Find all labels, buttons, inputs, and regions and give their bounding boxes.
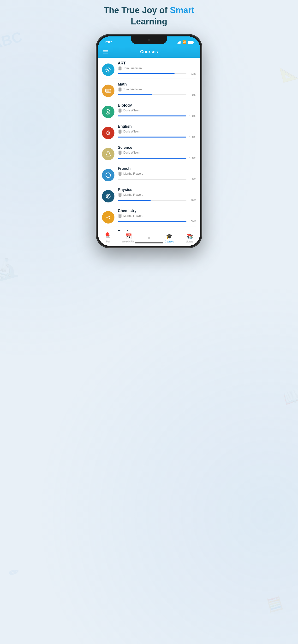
- course-item[interactable]: Physics Martha Flowers 48%: [98, 184, 200, 205]
- progress-bar-fill: [118, 73, 175, 74]
- svg-point-10: [118, 111, 121, 112]
- status-icons: 📶: [177, 40, 194, 44]
- course-name: French: [118, 166, 196, 171]
- course-teacher: Martha Flowers: [118, 214, 196, 218]
- course-name: English: [118, 124, 196, 129]
- progress-row: 83%: [118, 72, 196, 75]
- svg-point-8: [108, 112, 110, 114]
- svg-point-23: [118, 195, 121, 197]
- headline-pre: The True Joy of: [104, 5, 170, 15]
- svg-point-9: [119, 109, 121, 111]
- course-item[interactable]: English Doris Wilson 100%: [98, 121, 200, 142]
- course-item[interactable]: ART Tom Friedman 83%: [98, 58, 200, 79]
- course-icon-4: [102, 148, 114, 160]
- svg-rect-3: [106, 89, 111, 92]
- course-teacher: Martha Flowers: [118, 172, 196, 176]
- progress-row: 100%: [118, 136, 196, 138]
- course-item[interactable]: Biology Doris Wilson 100%: [98, 100, 200, 121]
- progress-percentage: 48%: [188, 199, 196, 202]
- progress-row: 50%: [118, 94, 196, 96]
- courses-icon: 🎓: [166, 233, 173, 240]
- svg-point-30: [118, 216, 121, 218]
- course-icon-7: [102, 211, 114, 224]
- course-name: Biology: [118, 103, 196, 108]
- teacher-avatar: [118, 87, 122, 92]
- phone-screen: 7:07 📶 Courses: [98, 36, 200, 246]
- course-item[interactable]: Physics Doris Wilson 100%: [98, 226, 200, 231]
- course-name: Chemistry: [118, 209, 196, 213]
- course-name: Physics: [118, 188, 196, 192]
- progress-row: 100%: [118, 220, 196, 223]
- nav-home[interactable]: ⬤: [142, 236, 156, 240]
- svg-point-17: [119, 172, 121, 174]
- course-icon-1: [102, 84, 114, 97]
- svg-point-6: [107, 109, 110, 112]
- course-name: Math: [118, 82, 196, 86]
- svg-point-15: [118, 153, 121, 155]
- svg-point-29: [119, 214, 121, 216]
- course-icon-6: [102, 190, 114, 202]
- course-item[interactable]: Math Tom Friedman 50%: [98, 79, 200, 100]
- svg-point-24: [106, 217, 107, 218]
- progress-bar-bg: [118, 94, 186, 95]
- course-icon-5: [102, 169, 114, 181]
- teacher-avatar: [118, 108, 122, 112]
- progress-percentage: 100%: [188, 220, 196, 223]
- course-list[interactable]: ART Tom Friedman 83%: [98, 58, 200, 231]
- svg-point-12: [118, 132, 121, 134]
- headline-post: Learning: [131, 16, 167, 26]
- nav-library-label: Library: [186, 240, 193, 243]
- nav-mail[interactable]: ✉ 11 Mail: [101, 233, 115, 243]
- svg-rect-13: [107, 152, 109, 153]
- signal-icon: [177, 41, 181, 44]
- progress-row: 100%: [118, 157, 196, 160]
- svg-line-28: [107, 218, 109, 218]
- course-teacher: Martha Flowers: [118, 192, 196, 197]
- progress-percentage: 50%: [188, 94, 196, 96]
- wifi-icon: 📶: [182, 40, 186, 44]
- progress-bar-bg: [118, 73, 186, 74]
- phone-frame: 7:07 📶 Courses: [96, 34, 202, 248]
- course-teacher: Doris Wilson: [118, 130, 196, 134]
- progress-bar-bg: [118, 136, 186, 138]
- nav-weekly-plan[interactable]: 📅 Weekly Plan: [121, 233, 136, 243]
- teacher-avatar: [118, 150, 122, 155]
- course-teacher: Doris Wilson: [118, 150, 196, 155]
- course-teacher: Tom Friedman: [118, 66, 196, 70]
- progress-percentage: 83%: [188, 72, 196, 75]
- course-item[interactable]: French Martha Flowers 0%: [98, 163, 200, 184]
- progress-percentage: 100%: [188, 114, 196, 118]
- progress-bar-fill: [118, 200, 151, 201]
- camera: [148, 39, 150, 42]
- menu-button[interactable]: [103, 50, 108, 54]
- header-title: Courses: [140, 49, 158, 54]
- course-item[interactable]: Science Doris Wilson 100%: [98, 142, 200, 163]
- progress-percentage: 100%: [188, 157, 196, 160]
- course-icon-0: [102, 64, 114, 76]
- battery-icon: [188, 41, 193, 44]
- nav-courses[interactable]: 🎓 Courses: [162, 233, 177, 243]
- course-teacher: Tom Friedman: [118, 87, 196, 92]
- app-header: Courses: [98, 47, 200, 58]
- teacher-avatar: [118, 130, 122, 134]
- course-icon-3: [102, 127, 114, 139]
- progress-bar-bg: [118, 158, 186, 158]
- progress-row: 48%: [118, 199, 196, 202]
- progress-bar-fill: [118, 158, 186, 158]
- progress-percentage: 0%: [188, 178, 196, 181]
- svg-point-25: [109, 216, 110, 217]
- svg-point-11: [119, 130, 121, 132]
- nav-mail-label: Mail: [106, 240, 110, 243]
- teacher-avatar: [118, 66, 122, 70]
- status-time: 7:07: [104, 40, 112, 44]
- nav-courses-label: Courses: [165, 240, 174, 243]
- progress-bar-bg: [118, 200, 186, 201]
- svg-point-18: [118, 174, 121, 176]
- headline-highlight: Smart: [170, 5, 194, 15]
- svg-point-5: [118, 90, 121, 92]
- svg-point-4: [119, 88, 121, 90]
- nav-weekly-plan-label: Weekly Plan: [122, 240, 135, 243]
- course-item[interactable]: Chemistry Martha Flowers 100%: [98, 205, 200, 226]
- home-dot-icon: ⬤: [147, 236, 150, 239]
- nav-library[interactable]: 📚 Library: [183, 233, 197, 243]
